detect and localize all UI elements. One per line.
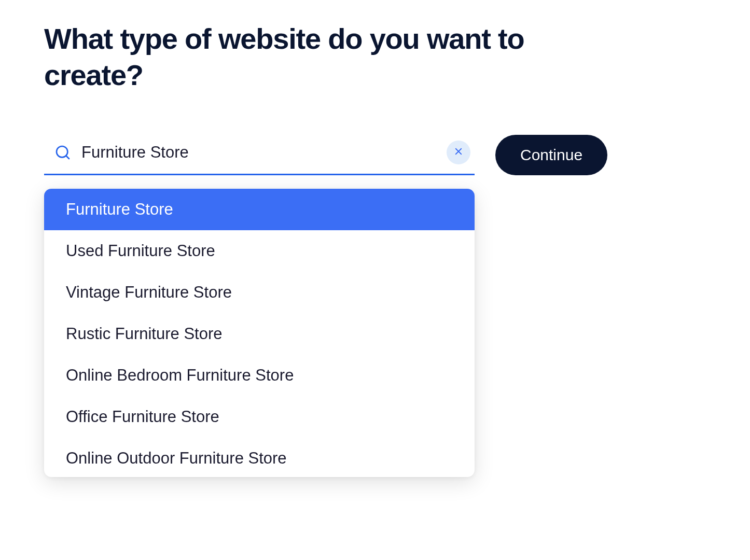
page-title: What type of website do you want to crea… xyxy=(44,21,615,93)
dropdown-option[interactable]: Vintage Furniture Store xyxy=(44,272,475,313)
continue-button[interactable]: Continue xyxy=(495,135,607,175)
clear-input-button[interactable] xyxy=(447,141,470,164)
dropdown-panel: Furniture StoreUsed Furniture StoreVinta… xyxy=(44,189,475,477)
dropdown-option[interactable]: Online Outdoor Furniture Store xyxy=(44,438,475,477)
search-icon xyxy=(54,144,71,161)
search-wrapper: Furniture StoreUsed Furniture StoreVinta… xyxy=(44,135,475,175)
search-field xyxy=(44,135,475,175)
dropdown-option[interactable]: Rustic Furniture Store xyxy=(44,313,475,355)
dropdown-option[interactable]: Furniture Store xyxy=(44,189,475,230)
svg-line-1 xyxy=(66,156,69,159)
website-type-input[interactable] xyxy=(81,143,436,162)
dropdown-option[interactable]: Used Furniture Store xyxy=(44,230,475,272)
dropdown-scroll[interactable]: Furniture StoreUsed Furniture StoreVinta… xyxy=(44,189,475,477)
dropdown-option[interactable]: Online Bedroom Furniture Store xyxy=(44,355,475,396)
close-icon xyxy=(454,147,463,158)
form-row: Furniture StoreUsed Furniture StoreVinta… xyxy=(44,135,706,175)
dropdown-option[interactable]: Office Furniture Store xyxy=(44,396,475,438)
